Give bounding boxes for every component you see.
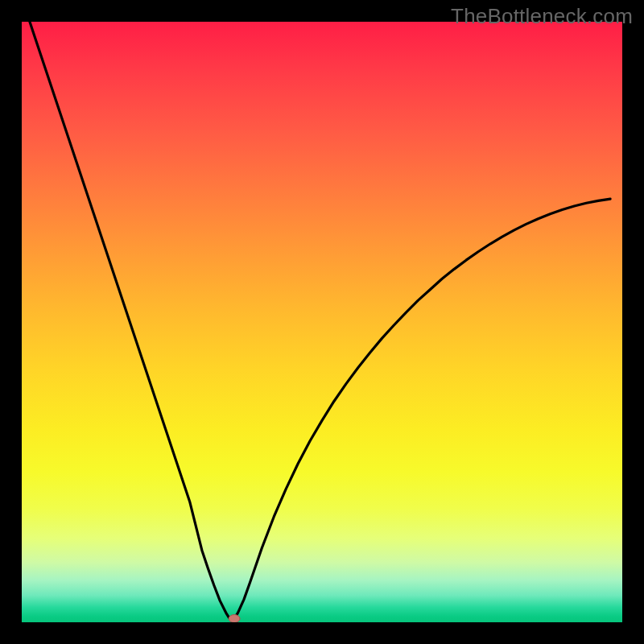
chart-container: TheBottleneck.com [0,0,644,644]
watermark-text: TheBottleneck.com [451,4,633,29]
plot-area [22,22,622,622]
curve-canvas [22,22,622,622]
